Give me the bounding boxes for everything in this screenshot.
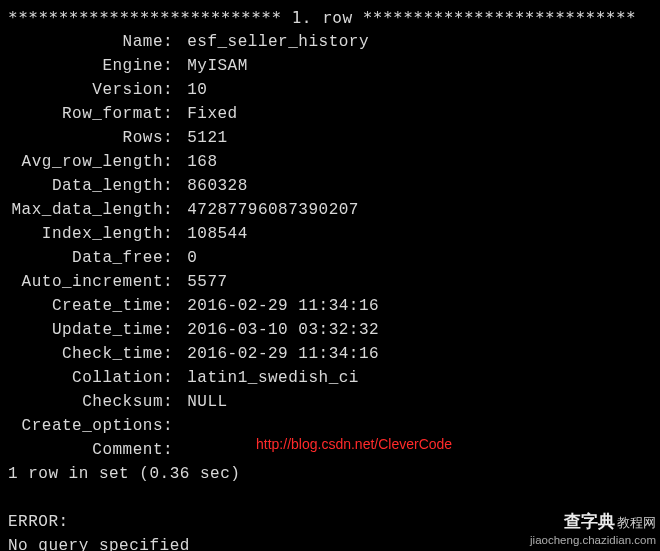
field-row: Check_time: 2016-02-29 11:34:16 <box>8 342 652 366</box>
field-value: 5121 <box>187 126 227 150</box>
field-row: Name: esf_seller_history <box>8 30 652 54</box>
field-label: Update_time <box>8 318 163 342</box>
field-separator: : <box>163 222 187 246</box>
field-row: Data_free: 0 <box>8 246 652 270</box>
field-separator: : <box>163 150 187 174</box>
field-separator: : <box>163 414 187 438</box>
field-row: Checksum: NULL <box>8 390 652 414</box>
row-header: *************************** 1. row *****… <box>8 6 652 30</box>
field-label: Data_length <box>8 174 163 198</box>
field-value: 5577 <box>187 270 227 294</box>
field-label: Comment <box>8 438 163 462</box>
field-separator: : <box>163 294 187 318</box>
field-separator: : <box>163 390 187 414</box>
field-separator: : <box>163 366 187 390</box>
site-watermark: 查字典教程网 jiaocheng.chazidian.com <box>530 511 656 547</box>
terminal-output: *************************** 1. row *****… <box>8 6 652 551</box>
field-label: Create_options <box>8 414 163 438</box>
field-separator: : <box>163 78 187 102</box>
field-separator: : <box>163 198 187 222</box>
field-label: Auto_increment <box>8 270 163 294</box>
field-label: Check_time <box>8 342 163 366</box>
field-value: MyISAM <box>187 54 248 78</box>
field-value: 10 <box>187 78 207 102</box>
field-separator: : <box>163 342 187 366</box>
field-row: Version: 10 <box>8 78 652 102</box>
field-label: Checksum <box>8 390 163 414</box>
field-row: Index_length: 108544 <box>8 222 652 246</box>
field-row: Data_length: 860328 <box>8 174 652 198</box>
field-value: 0 <box>187 246 197 270</box>
field-value: 168 <box>187 150 217 174</box>
field-label: Avg_row_length <box>8 150 163 174</box>
field-value: esf_seller_history <box>187 30 369 54</box>
field-label: Index_length <box>8 222 163 246</box>
field-separator: : <box>163 54 187 78</box>
field-label: Create_time <box>8 294 163 318</box>
field-separator: : <box>163 126 187 150</box>
blank-line <box>8 486 652 510</box>
field-row: Avg_row_length: 168 <box>8 150 652 174</box>
field-row: Rows: 5121 <box>8 126 652 150</box>
field-label: Engine <box>8 54 163 78</box>
field-label: Data_free <box>8 246 163 270</box>
field-row: Engine: MyISAM <box>8 54 652 78</box>
field-separator: : <box>163 30 187 54</box>
field-row: Collation: latin1_swedish_ci <box>8 366 652 390</box>
field-separator: : <box>163 174 187 198</box>
field-value: 2016-03-10 03:32:32 <box>187 318 379 342</box>
field-separator: : <box>163 102 187 126</box>
field-label: Max_data_length <box>8 198 163 222</box>
field-value: 2016-02-29 11:34:16 <box>187 294 379 318</box>
site-watermark-cn: 查字典 <box>564 512 615 531</box>
field-separator: : <box>163 318 187 342</box>
field-separator: : <box>163 438 187 462</box>
field-value: 47287796087390207 <box>187 198 359 222</box>
field-value: 860328 <box>187 174 248 198</box>
field-value: 108544 <box>187 222 248 246</box>
field-row: Max_data_length: 47287796087390207 <box>8 198 652 222</box>
site-watermark-tag: 教程网 <box>617 515 656 530</box>
field-label: Row_format <box>8 102 163 126</box>
table-status-fields: Name: esf_seller_historyEngine: MyISAMVe… <box>8 30 652 462</box>
field-value: NULL <box>187 390 227 414</box>
field-separator: : <box>163 270 187 294</box>
field-value: 2016-02-29 11:34:16 <box>187 342 379 366</box>
field-label: Version <box>8 78 163 102</box>
field-label: Rows <box>8 126 163 150</box>
field-row: Row_format: Fixed <box>8 102 652 126</box>
blog-watermark: http://blog.csdn.net/CleverCode <box>256 434 452 455</box>
site-watermark-url: jiaocheng.chazidian.com <box>530 533 656 547</box>
field-row: Auto_increment: 5577 <box>8 270 652 294</box>
result-summary: 1 row in set (0.36 sec) <box>8 462 652 486</box>
field-row: Create_time: 2016-02-29 11:34:16 <box>8 294 652 318</box>
field-label: Name <box>8 30 163 54</box>
field-row: Update_time: 2016-03-10 03:32:32 <box>8 318 652 342</box>
field-label: Collation <box>8 366 163 390</box>
field-value: latin1_swedish_ci <box>187 366 359 390</box>
field-value: Fixed <box>187 102 238 126</box>
field-separator: : <box>163 246 187 270</box>
